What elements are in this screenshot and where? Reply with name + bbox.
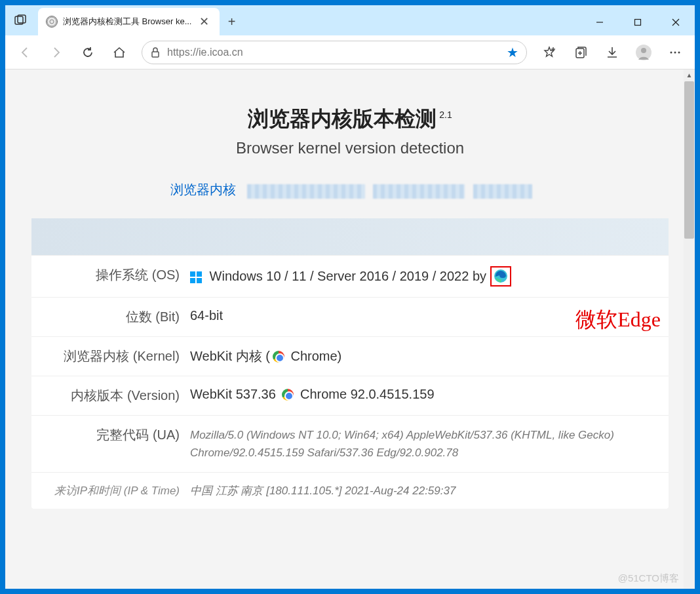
lock-icon: [150, 47, 161, 58]
browser-window: 浏览器内核检测工具 Browser ke... ✕ + https://ie.i…: [5, 5, 695, 589]
ellipsis-icon: [668, 45, 682, 60]
favorite-star-icon[interactable]: ★: [507, 45, 518, 60]
ua-value: Mozilla/5.0 (Windows NT 10.0; Win64; x64…: [190, 426, 661, 462]
tab-close-button[interactable]: ✕: [197, 13, 212, 30]
window-close-button[interactable]: [657, 9, 695, 35]
nav-link-kernel[interactable]: 浏览器内核: [170, 182, 236, 197]
window-controls: [581, 9, 695, 35]
home-icon: [112, 45, 126, 60]
table-row-pixelated: [31, 218, 669, 255]
censored-link: [247, 184, 365, 199]
iptime-value: 中国 江苏 南京 [180.111.105.*] 2021-Aug-24 22:…: [190, 483, 661, 498]
svg-point-16: [671, 51, 672, 53]
star-plus-icon: [542, 45, 556, 60]
detection-table: 操作系统 (OS) Windows 10 / 11 / Server 2016 …: [31, 218, 669, 509]
windows-icon: [190, 271, 202, 283]
version-value: WebKit 537.36 Chrome 92.0.4515.159: [190, 387, 661, 402]
address-bar[interactable]: https://ie.icoa.cn ★: [142, 41, 527, 64]
os-value: Windows 10 / 11 / Server 2016 / 2019 / 2…: [190, 266, 661, 287]
version-value-text-a: WebKit 537.36: [190, 387, 279, 401]
kernel-value-text-b: Chrome): [287, 349, 341, 363]
svg-rect-22: [197, 278, 202, 283]
table-row-iptime: 来访IP和时间 (IP & Time) 中国 江苏 南京 [180.111.10…: [31, 472, 669, 509]
svg-rect-19: [190, 271, 195, 277]
table-row-kernel: 浏览器内核 (Kernel) WebKit 内核 ( Chrome): [31, 336, 669, 376]
table-row-ua: 完整代码 (UA) Mozilla/5.0 (Windows NT 10.0; …: [31, 415, 669, 472]
menu-button[interactable]: [661, 39, 690, 66]
arrow-right-icon: [49, 45, 64, 60]
scrollbar[interactable]: ▲: [684, 69, 695, 589]
svg-point-15: [641, 48, 646, 53]
svg-point-18: [678, 51, 680, 53]
downloads-button[interactable]: [598, 39, 627, 66]
home-button[interactable]: [105, 39, 134, 66]
browser-tab[interactable]: 浏览器内核检测工具 Browser ke... ✕: [38, 8, 220, 35]
tab-actions-button[interactable]: [5, 5, 35, 35]
version-sup: 2.1: [439, 109, 452, 120]
arrow-left-icon: [18, 45, 32, 60]
nav-links: 浏览器内核: [31, 181, 669, 199]
back-button[interactable]: [10, 39, 39, 66]
os-label: 操作系统 (OS): [39, 266, 190, 284]
table-row-os: 操作系统 (OS) Windows 10 / 11 / Server 2016 …: [31, 255, 669, 297]
bit-value: 64-bit: [190, 308, 661, 323]
version-value-text-b: Chrome 92.0.4515.159: [296, 387, 434, 401]
profile-button[interactable]: [629, 39, 658, 66]
iptime-label: 来访IP和时间 (IP & Time): [39, 483, 190, 498]
page-content: 浏览器内核版本检测2.1 Browser kernel version dete…: [5, 69, 695, 589]
kernel-label: 浏览器内核 (Kernel): [39, 347, 190, 365]
svg-point-17: [674, 51, 676, 53]
edge-icon: [494, 269, 508, 283]
scroll-thumb[interactable]: [684, 81, 694, 239]
download-icon: [605, 45, 619, 60]
censored-link: [473, 184, 532, 199]
url-text: https://ie.icoa.cn: [167, 47, 500, 58]
subtitle: Browser kernel version detection: [31, 139, 669, 157]
collections-button[interactable]: [566, 39, 595, 66]
forward-button[interactable]: [42, 39, 71, 66]
favicon-icon: [46, 16, 58, 28]
minimize-button[interactable]: [581, 9, 619, 35]
os-value-text: Windows 10 / 11 / Server 2016 / 2019 / 2…: [210, 269, 490, 283]
edge-highlight-box: [490, 266, 511, 287]
chrome-icon: [273, 351, 284, 363]
collections-icon: [574, 45, 588, 60]
favorites-button[interactable]: [535, 39, 564, 66]
svg-rect-20: [197, 271, 202, 277]
version-label: 内核版本 (Version): [39, 387, 190, 405]
svg-point-2: [47, 17, 56, 26]
scroll-up-icon[interactable]: ▲: [684, 69, 695, 81]
tab-title: 浏览器内核检测工具 Browser ke...: [63, 16, 191, 28]
censored-link: [373, 184, 465, 199]
ua-label: 完整代码 (UA): [39, 426, 190, 444]
kernel-value: WebKit 内核 ( Chrome): [190, 347, 661, 365]
tabs-icon: [14, 14, 26, 26]
profile-icon: [635, 44, 652, 61]
page-title: 浏览器内核版本检测2.1: [31, 105, 669, 134]
toolbar: https://ie.icoa.cn ★: [5, 35, 695, 69]
table-row-version: 内核版本 (Version) WebKit 537.36 Chrome 92.0…: [31, 376, 669, 415]
title-text: 浏览器内核版本检测: [248, 107, 437, 130]
svg-rect-8: [152, 52, 159, 57]
svg-rect-21: [190, 278, 195, 283]
svg-rect-5: [635, 20, 641, 26]
new-tab-button[interactable]: +: [220, 8, 243, 35]
watermark: @51CTO博客: [618, 572, 679, 585]
titlebar: 浏览器内核检测工具 Browser ke... ✕ +: [5, 5, 695, 35]
content-inner: 浏览器内核版本检测2.1 Browser kernel version dete…: [5, 69, 695, 522]
maximize-button[interactable]: [619, 9, 657, 35]
bit-label: 位数 (Bit): [39, 308, 190, 326]
refresh-button[interactable]: [73, 39, 102, 66]
refresh-icon: [81, 45, 95, 60]
kernel-value-text-a: WebKit 内核 (: [190, 349, 270, 363]
chrome-icon: [282, 389, 294, 401]
table-row-bit: 位数 (Bit) 64-bit: [31, 297, 669, 336]
